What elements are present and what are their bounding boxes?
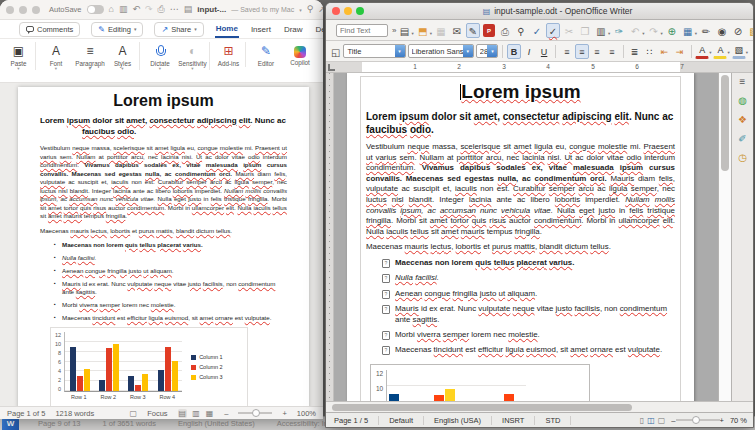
horizontal-ruler[interactable]: 1234567 — [326, 62, 753, 73]
share-icon[interactable]: ↗ — [318, 5, 323, 14]
word-page[interactable]: Lorem ipsum Lorem ipsum dolor sit amet, … — [18, 87, 309, 406]
scrollbar-thumb[interactable] — [721, 75, 729, 171]
font-color-button[interactable]: A ▾ — [695, 44, 712, 59]
email-button[interactable]: ✉ — [450, 23, 465, 38]
document-title[interactable]: input-... — [197, 5, 226, 14]
comments-button[interactable]: Comments — [19, 22, 80, 37]
tab-selector-icon[interactable] — [328, 64, 335, 71]
format-paintbrush-button[interactable]: ✑ — [612, 23, 627, 38]
paste-button[interactable]: ▣ Paste ▾ — [4, 42, 36, 70]
redo-button[interactable]: ↷ ▾ — [647, 23, 664, 38]
justify-button[interactable]: ≡ — [605, 44, 619, 59]
align-left-button[interactable]: ≡ — [560, 44, 574, 59]
vertical-scrollbar[interactable] — [718, 73, 731, 401]
sidebar-gallery-button[interactable]: ❖ — [738, 114, 747, 126]
pdf-export-button[interactable]: P — [482, 24, 497, 37]
focus-label[interactable]: Focus — [147, 409, 167, 418]
page-preview-button[interactable]: ⚲ — [514, 23, 529, 38]
tab-draw-button[interactable]: Draw — [283, 22, 304, 37]
paste-button[interactable]: ▥ ▾ — [594, 23, 611, 38]
close-button[interactable] — [6, 6, 14, 14]
styles-button[interactable]: A Styles ▾ — [108, 42, 140, 70]
toolbar-overflow-icon[interactable]: » — [392, 26, 396, 35]
copy-button[interactable]: ❐ — [578, 23, 593, 38]
multi-page-view-icon[interactable]: ◫ — [647, 416, 655, 425]
editor-button[interactable]: ✎ Editor — [250, 42, 282, 67]
sidebar-clock-button[interactable]: ◷ — [738, 152, 747, 164]
zoom-slider[interactable] — [238, 412, 272, 414]
zoom-button[interactable] — [356, 7, 364, 15]
font-name-select[interactable]: Liberation Sans;Arial ▾ — [408, 44, 474, 58]
page-indicator[interactable]: Page 1 of 5 — [7, 409, 45, 418]
increase-indent-button[interactable]: ⇥ — [673, 44, 687, 59]
italic-button[interactable]: I — [522, 44, 536, 59]
more-icon[interactable]: ⋯ — [170, 5, 179, 14]
zoom-level[interactable]: 70 % — [724, 416, 747, 425]
tab-design-button[interactable]: Design — [315, 22, 323, 37]
bold-button[interactable]: B — [507, 44, 521, 59]
align-center-button[interactable]: ≡ — [575, 44, 589, 59]
oo-page[interactable]: Lorem ipsum Lorem ipsum dolor sit amet, … — [347, 73, 694, 401]
vertical-ruler[interactable] — [326, 73, 334, 401]
scrollbar-thumb[interactable] — [332, 404, 632, 411]
print-button[interactable]: ⎙ — [498, 23, 513, 38]
print-icon[interactable]: ⎙ — [158, 5, 165, 14]
sidebar-properties-button[interactable]: ◍ — [738, 95, 747, 107]
save-icon[interactable]: ▥ — [119, 5, 128, 14]
sidebar-draw-button[interactable]: ✐ — [738, 133, 746, 145]
zoom-in-button[interactable]: + — [282, 409, 286, 418]
single-page-view-icon[interactable]: ▯ — [640, 416, 644, 425]
undo-button[interactable]: ↶ ▾ — [628, 23, 645, 38]
decrease-indent-button[interactable]: ⇤ — [658, 44, 672, 59]
horizontal-scrollbar[interactable] — [326, 401, 753, 412]
minimize-button[interactable] — [19, 6, 27, 14]
undo-icon[interactable]: ↶ — [132, 5, 140, 14]
font-button[interactable]: A Font ▾ — [40, 42, 72, 70]
tab-insert-button[interactable]: Insert — [250, 22, 272, 37]
numbered-list-button[interactable]: ≣ — [628, 44, 642, 59]
edit-mode-button[interactable]: ✎ — [466, 23, 481, 38]
search-icon[interactable]: ⚲ — [307, 5, 314, 14]
find-text-input[interactable] — [336, 24, 388, 37]
zoom-slider-knob[interactable] — [692, 416, 700, 424]
navigator-button[interactable]: ⊘ — [731, 23, 746, 38]
spellcheck-button[interactable]: ✓ — [530, 23, 545, 38]
selection-mode[interactable]: STD — [535, 416, 571, 425]
hyperlink-button[interactable]: ⊕ — [665, 23, 680, 38]
book-view-icon[interactable]: ▢ — [658, 416, 666, 425]
auto-spellcheck-button[interactable]: ✓ — [546, 23, 561, 38]
page-indicator[interactable]: Page 1 / 5 — [332, 416, 379, 425]
zoom-level[interactable]: 100% — [297, 409, 316, 418]
editing-mode-button[interactable]: ✎ Editing ▾ — [91, 22, 143, 37]
home-icon[interactable]: ⌂ — [109, 5, 114, 14]
saved-status[interactable]: — Saved to my Mac — [231, 6, 294, 13]
styles-dialog-icon[interactable]: ◱ — [330, 44, 341, 59]
oo-bar-chart[interactable]: 121086420Row 1Row 2Row 3Row 4 — [370, 364, 590, 401]
page-style[interactable]: Default — [379, 416, 424, 425]
language-indicator[interactable]: English (USA) — [424, 416, 492, 425]
word-bar-chart[interactable]: 121086420Row 1Row 2Row 3Row 4Column 1Col… — [50, 327, 248, 406]
close-button[interactable] — [332, 7, 340, 15]
zoom-button[interactable] — [32, 6, 40, 14]
zoom-slider-knob[interactable] — [252, 409, 260, 417]
share-button[interactable]: ↗ Share ▾ — [154, 22, 203, 37]
print-layout-view-icon[interactable]: ▤ — [178, 409, 188, 418]
highlight-color-button[interactable]: A ▾ — [713, 44, 730, 59]
paragraph-button[interactable]: ≡ Paragraph ▾ — [74, 42, 106, 70]
new-button[interactable]: ▤ ▾ — [397, 23, 414, 38]
tab-home-button[interactable]: Home — [215, 21, 239, 38]
cut-button[interactable]: ✂ — [562, 23, 577, 38]
font-size-select[interactable]: 28 ▾ — [476, 44, 499, 58]
bullet-list-button[interactable]: ∷ — [643, 44, 657, 59]
sensitivity-button[interactable]: ◐ Sensitivity ▾ — [178, 42, 210, 70]
autosave-toggle[interactable] — [87, 5, 104, 14]
save-button[interactable]: ▦ — [434, 23, 449, 38]
underline-button[interactable]: U — [537, 44, 551, 59]
insert-mode[interactable]: INSRT — [492, 416, 535, 425]
web-layout-view-icon[interactable]: ▥ — [191, 409, 201, 418]
zoom-out-button[interactable]: – — [224, 409, 228, 418]
read-mode-view-icon[interactable]: ▦ — [205, 409, 215, 418]
add-ins-button[interactable]: ⊞ Add-ins — [214, 42, 246, 67]
gallery-button[interactable]: ▧ — [747, 23, 754, 38]
draw-functions-button[interactable]: ✏ — [699, 23, 714, 38]
